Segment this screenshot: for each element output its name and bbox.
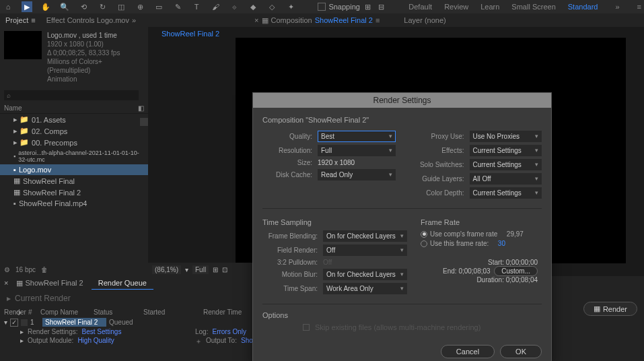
layer-panel-tab[interactable]: Layer (none) (398, 15, 451, 26)
asset-duration: Δ 0;00;08;25, 83,333 fps (47, 48, 144, 57)
time-span-dropdown[interactable]: Work Area Only (323, 283, 407, 294)
folder-assets[interactable]: ▸ 📁 01. Assets (0, 114, 148, 125)
puppet-tool-icon[interactable]: ✦ (285, 1, 296, 12)
effect-controls-tab[interactable]: Effect Controls Logo.mov » (41, 15, 141, 26)
viewer-opt2-icon[interactable]: ⊡ (222, 266, 227, 273)
duration-value: 0;00;08;04 (506, 276, 538, 284)
shape-tool-icon[interactable]: ▭ (153, 1, 164, 12)
frame-rate-label: Frame Rate (421, 218, 542, 226)
home-icon[interactable]: ⌂ (3, 1, 13, 12)
options-label: Options (262, 311, 542, 319)
cancel-button[interactable]: Cancel (441, 345, 495, 358)
proxy-dropdown[interactable]: Use No Proxies (470, 131, 542, 142)
project-search-input[interactable] (4, 90, 139, 100)
hand-tool-icon[interactable]: ✋ (40, 1, 51, 12)
file-logo[interactable]: ▪ Logo.mov (0, 164, 148, 175)
comp-showreel-final[interactable]: ▦ ShowReel Final (0, 175, 148, 187)
motion-blur-dropdown[interactable]: On for Checked Layers (323, 269, 407, 280)
guide-dropdown[interactable]: All Off (470, 173, 542, 185)
asset-dimensions: 1920 x 1080 (1.00) (47, 40, 144, 48)
resolution-dropdown[interactable]: Full (318, 145, 396, 156)
use-this-fps-radio[interactable] (421, 240, 427, 247)
custom-timespan-button[interactable]: Custom... (494, 266, 538, 276)
project-column-header[interactable]: Name ◧ (0, 103, 148, 114)
render-queue-tab[interactable]: Render Queue (92, 277, 153, 290)
workspace-review[interactable]: Review (444, 3, 468, 11)
folder-comps[interactable]: ▸ 📁 02. Comps (0, 125, 148, 137)
snapping-label: Snapping (328, 3, 360, 11)
comp-showreel-final-2[interactable]: ▦ ShowReel Final 2 (0, 187, 148, 198)
snapping-checkbox[interactable] (318, 3, 326, 11)
snap-opt2-icon[interactable]: ⊟ (376, 1, 387, 12)
pen-tool-icon[interactable]: ✎ (172, 1, 183, 12)
rq-comp-name[interactable]: ShowReel Final 2 (42, 318, 106, 327)
frame-blending-dropdown[interactable]: On for Checked Layers (323, 230, 407, 242)
rq-render-settings-link[interactable]: Best Settings (82, 328, 122, 335)
workspace-tabs: Default Review Learn Small Screen Standa… (408, 3, 641, 11)
rotate-tool-icon[interactable]: ↻ (97, 1, 108, 12)
label-column-icon[interactable]: ◧ (138, 104, 144, 112)
add-output-icon[interactable]: ＋ (195, 337, 202, 346)
type-tool-icon[interactable]: T (191, 1, 202, 12)
workspace-small[interactable]: Small Screen (511, 3, 555, 11)
use-comp-fps-radio[interactable] (421, 231, 427, 238)
panel-menu-icon[interactable]: ≡ (637, 3, 641, 11)
disk-cache-dropdown[interactable]: Read Only (318, 169, 396, 180)
snap-opt1-icon[interactable]: ⊞ (363, 1, 373, 12)
skip-existing-checkbox (303, 324, 310, 331)
secondary-bar: Project ≡ Effect Controls Logo.mov » × ▦… (0, 13, 644, 27)
file-asteroid[interactable]: ▪ asteroi...th-alpha-channel-2021-11-01-… (0, 148, 148, 164)
start-value: 0;00;00;00 (506, 259, 538, 266)
zoom-dropdown[interactable]: (86,1%) (152, 265, 181, 274)
project-panel: Logo.mov , used 1 time 1920 x 1080 (1.00… (0, 27, 148, 276)
selection-tool-icon[interactable]: ▶ (22, 1, 32, 12)
pulldown-value: Off (323, 259, 407, 266)
ok-button[interactable]: OK (500, 345, 542, 358)
project-panel-tab[interactable]: Project ≡ (0, 15, 41, 26)
render-icon: ▦ (594, 304, 600, 313)
workspace-default[interactable]: Default (408, 3, 432, 11)
orbit-tool-icon[interactable]: ⟲ (78, 1, 89, 12)
zoom-tool-icon[interactable]: 🔍 (59, 1, 70, 12)
scroll-up-button[interactable] (140, 118, 148, 126)
asset-thumbnail[interactable] (4, 31, 42, 59)
eraser-tool-icon[interactable]: ◆ (248, 1, 258, 12)
top-toolbar: ⌂ ▶ ✋ 🔍 ⟲ ↻ ◫ ⊕ ▭ ✎ T 🖌 ⟐ ◆ ◇ ✦ Snapping… (0, 0, 644, 13)
clone-tool-icon[interactable]: ⟐ (229, 1, 240, 12)
timeline-menu-icon[interactable]: × (4, 279, 8, 287)
time-sampling-label: Time Sampling (262, 218, 407, 226)
rq-log-dropdown[interactable]: Errors Only (212, 328, 246, 335)
viewer-opt-icon[interactable]: ⊞ (213, 266, 218, 273)
rq-output-module-link[interactable]: High Quality (77, 337, 114, 344)
effects-dropdown[interactable]: Current Settings (470, 145, 542, 156)
open-comp-tab[interactable]: ShowReel Final 2 (162, 30, 219, 38)
solo-dropdown[interactable]: Current Settings (470, 159, 542, 170)
panel-menu-icon[interactable]: ≡ (375, 16, 380, 24)
rq-enable-checkbox[interactable]: ✓ (10, 319, 18, 327)
roto-tool-icon[interactable]: ◇ (266, 1, 277, 12)
this-fps-input[interactable]: 30 (498, 240, 542, 247)
color-depth-dropdown[interactable]: Current Settings (470, 187, 542, 199)
viewer-controls: (86,1%) ▾ Full ⊞ ⊡ (148, 263, 256, 276)
trash-icon[interactable]: 🗑 (41, 266, 48, 273)
search-help-icon[interactable]: » (615, 3, 619, 11)
timeline-tab-comp[interactable]: ▦ ShowReel Final 2 (9, 277, 90, 290)
file-showreel-mp4[interactable]: ▪ ShowReel Final.mp4 (0, 198, 148, 209)
render-button[interactable]: ▦Render (583, 302, 637, 316)
rq-color-label[interactable] (21, 319, 28, 326)
brush-tool-icon[interactable]: 🖌 (210, 1, 221, 12)
camera-tool-icon[interactable]: ◫ (116, 1, 127, 12)
field-render-dropdown[interactable]: Off (323, 244, 407, 256)
rq-status: Queued (109, 319, 156, 326)
composition-panel-tab[interactable]: × ▦ Composition ShowReel Final 2 ≡ (249, 15, 385, 26)
render-settings-dialog: Render Settings Composition "ShowReel Fi… (252, 92, 552, 361)
panel-menu-icon[interactable]: ≡ (31, 16, 35, 24)
bpc-toggle[interactable]: 16 bpc (15, 266, 36, 273)
pan-behind-icon[interactable]: ⊕ (135, 1, 145, 12)
quality-dropdown[interactable]: Best (318, 131, 396, 142)
workspace-standard[interactable]: Standard (568, 3, 598, 11)
folder-precomps[interactable]: ▸ 📁 00. Precomps (0, 137, 148, 148)
workspace-learn[interactable]: Learn (480, 3, 499, 11)
interpret-icon[interactable]: ⚙ (4, 266, 10, 273)
resolution-dropdown[interactable]: Full (192, 265, 209, 274)
